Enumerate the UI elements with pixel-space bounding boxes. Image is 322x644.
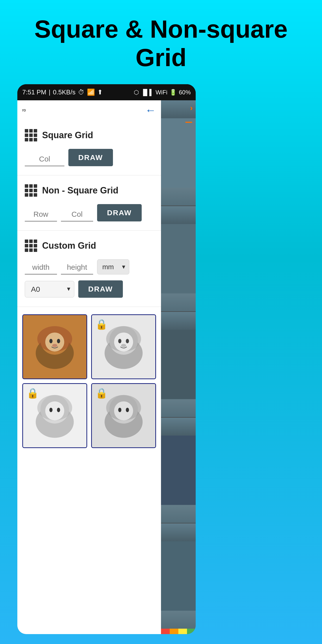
svg-point-21 (49, 408, 52, 412)
image-card-3[interactable]: 🔒 (22, 383, 87, 448)
title-area: Square & Non-square Grid (0, 0, 322, 82)
page-title: Square & Non-square Grid (10, 15, 312, 72)
sim-icon: 📶 (87, 88, 95, 96)
svg-rect-34 (161, 436, 196, 505)
wifi-icon: WiFi (156, 89, 168, 96)
unit-select[interactable]: mm cm inch (97, 259, 129, 274)
non-square-draw-button[interactable]: DRAW (97, 204, 142, 222)
square-grid-inputs: DRAW (25, 149, 154, 166)
svg-point-14 (126, 339, 129, 343)
svg-point-7 (52, 344, 57, 347)
custom-grid-header: Custom Grid (25, 240, 154, 252)
custom-grid-inputs: mm cm inch ▼ (25, 259, 154, 274)
custom-grid-section: Custom Grid mm cm inch ▼ (17, 230, 161, 307)
clock-icon: ⏱ (78, 88, 84, 96)
status-right: ⬡ ▐▌▌ WiFi 🔋 60% (134, 89, 191, 96)
svg-point-4 (45, 332, 64, 352)
upload-icon: ⬆ (97, 88, 103, 96)
square-grid-section: Square Grid DRAW (17, 120, 161, 175)
nav-bar: ro ← (17, 100, 161, 120)
square-draw-button[interactable]: DRAW (68, 149, 113, 166)
image-card-1[interactable] (22, 314, 87, 379)
signal-icon: ▐▌▌ (141, 89, 154, 96)
non-square-col-input[interactable] (61, 208, 93, 222)
status-left: 7:51 PM | 0.5KB/s ⏱ 📶 ⬆ (22, 88, 103, 96)
main-panel: ro ← Square Grid DRAW (17, 100, 161, 634)
back-button[interactable]: ← (145, 104, 156, 116)
svg-rect-30 (161, 118, 196, 188)
custom-width-input[interactable] (25, 260, 57, 274)
lion-image-bw-1: 🔒 (92, 315, 155, 378)
image-card-4[interactable]: 🔒 (91, 383, 156, 448)
grid-icon-square (25, 129, 37, 142)
non-square-grid-section: Non - Square Grid DRAW (17, 175, 161, 230)
non-square-grid-header: Non - Square Grid (25, 184, 154, 197)
status-bar: 7:51 PM | 0.5KB/s ⏱ 📶 ⬆ ⬡ ▐▌▌ WiFi 🔋 60% (17, 84, 196, 100)
square-grid-title: Square Grid (42, 130, 93, 140)
svg-point-5 (49, 339, 52, 343)
non-square-grid-inputs: DRAW (25, 204, 154, 222)
side-image-4 (161, 417, 196, 523)
lion-image-bw-2: 🔒 (23, 384, 86, 447)
custom-height-input[interactable] (61, 260, 93, 274)
battery-percent: 60% (179, 89, 191, 96)
custom-draw-button[interactable]: DRAW (78, 280, 123, 298)
square-grid-header: Square Grid (25, 129, 154, 142)
side-panel: › (161, 100, 196, 634)
svg-point-27 (114, 401, 133, 420)
grid-icon-non-square (25, 184, 37, 197)
paper-select-container: A0 A1 A2 A3 A4 A5 ▼ (25, 281, 74, 298)
phone-frame: 7:51 PM | 0.5KB/s ⏱ 📶 ⬆ ⬡ ▐▌▌ WiFi 🔋 60%… (17, 84, 196, 634)
unit-select-container: mm cm inch ▼ (97, 259, 129, 274)
svg-point-13 (118, 339, 121, 343)
svg-point-12 (114, 332, 133, 352)
non-square-grid-title: Non - Square Grid (42, 185, 118, 196)
image-card-2[interactable]: 🔒 (91, 314, 156, 379)
app-content: ro ← Square Grid DRAW (17, 100, 196, 634)
svg-rect-31 (185, 122, 192, 123)
custom-grid-title: Custom Grid (42, 240, 96, 251)
lock-icon-2: 🔒 (95, 318, 108, 330)
non-square-row-input[interactable] (25, 208, 57, 222)
side-image-3 (161, 311, 196, 417)
lock-icon-4: 🔒 (95, 388, 108, 399)
bluetooth-icon: ⬡ (134, 89, 139, 96)
lion-image-color (23, 315, 86, 378)
image-grid-section: 🔒 (17, 307, 161, 456)
svg-rect-33 (161, 330, 196, 399)
svg-rect-32 (161, 224, 196, 294)
svg-point-15 (121, 344, 126, 347)
svg-point-20 (45, 401, 64, 420)
svg-rect-35 (161, 542, 196, 611)
image-grid: 🔒 (22, 314, 156, 448)
custom-grid-second-row: A0 A1 A2 A3 A4 A5 ▼ DRAW (25, 280, 154, 298)
lock-icon-3: 🔒 (26, 388, 39, 399)
square-col-input[interactable] (25, 152, 64, 166)
svg-point-6 (57, 339, 60, 343)
side-arrow-icon-1: › (190, 103, 193, 112)
time: 7:51 PM (22, 88, 46, 96)
data-speed: 0.5KB/s (53, 88, 76, 96)
paper-size-select[interactable]: A0 A1 A2 A3 A4 A5 (25, 281, 74, 298)
svg-point-29 (126, 408, 129, 412)
svg-point-22 (57, 408, 60, 412)
nav-label: ro (22, 108, 26, 112)
network-speed: | (49, 88, 50, 96)
color-strip (161, 629, 196, 634)
side-image-2 (161, 206, 196, 311)
side-image-1: › (161, 100, 196, 206)
side-image-5 (161, 523, 196, 629)
lion-image-bw-3: 🔒 (92, 384, 155, 447)
battery-icon: 🔋 (170, 89, 177, 96)
svg-point-28 (118, 408, 121, 412)
grid-icon-custom (25, 240, 37, 252)
